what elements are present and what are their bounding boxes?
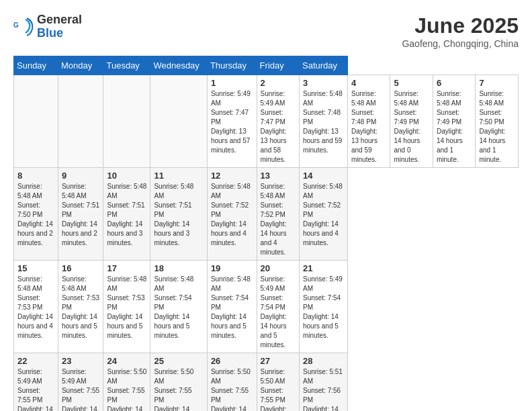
calendar-cell	[58, 75, 103, 168]
day-number: 13	[261, 171, 296, 181]
day-info: Sunrise: 5:49 AM Sunset: 7:47 PM Dayligh…	[211, 89, 253, 155]
calendar-cell: 26Sunrise: 5:50 AM Sunset: 7:55 PM Dayli…	[207, 353, 257, 412]
calendar-cell: 24Sunrise: 5:50 AM Sunset: 7:55 PM Dayli…	[103, 353, 150, 412]
calendar-cell	[150, 75, 207, 168]
day-number: 26	[211, 356, 253, 366]
day-info: Sunrise: 5:48 AM Sunset: 7:53 PM Dayligh…	[62, 275, 100, 340]
calendar-cell: 20Sunrise: 5:49 AM Sunset: 7:54 PM Dayli…	[257, 261, 299, 353]
calendar-cell: 21Sunrise: 5:49 AM Sunset: 7:54 PM Dayli…	[300, 261, 348, 353]
calendar-cell: 10Sunrise: 5:48 AM Sunset: 7:51 PM Dayli…	[103, 168, 150, 261]
calendar-cell: 19Sunrise: 5:48 AM Sunset: 7:54 PM Dayli…	[207, 261, 257, 353]
day-info: Sunrise: 5:50 AM Sunset: 7:55 PM Dayligh…	[261, 367, 296, 411]
calendar-cell: 22Sunrise: 5:49 AM Sunset: 7:55 PM Dayli…	[14, 353, 58, 412]
day-number: 18	[154, 263, 203, 273]
day-info: Sunrise: 5:48 AM Sunset: 7:48 PM Dayligh…	[351, 89, 386, 165]
day-info: Sunrise: 5:49 AM Sunset: 7:55 PM Dayligh…	[17, 367, 54, 411]
day-info: Sunrise: 5:48 AM Sunset: 7:50 PM Dayligh…	[479, 89, 515, 165]
calendar-cell: 4Sunrise: 5:48 AM Sunset: 7:48 PM Daylig…	[347, 75, 390, 168]
calendar-cell: 7Sunrise: 5:48 AM Sunset: 7:50 PM Daylig…	[476, 75, 519, 168]
calendar-cell: 8Sunrise: 5:48 AM Sunset: 7:50 PM Daylig…	[14, 168, 58, 261]
calendar-cell: 28Sunrise: 5:51 AM Sunset: 7:56 PM Dayli…	[300, 353, 348, 412]
day-info: Sunrise: 5:51 AM Sunset: 7:56 PM Dayligh…	[303, 367, 344, 411]
day-info: Sunrise: 5:49 AM Sunset: 7:54 PM Dayligh…	[303, 275, 344, 340]
day-info: Sunrise: 5:49 AM Sunset: 7:55 PM Dayligh…	[62, 367, 100, 411]
day-info: Sunrise: 5:48 AM Sunset: 7:53 PM Dayligh…	[107, 275, 146, 340]
calendar-cell	[14, 75, 58, 168]
day-number: 15	[17, 263, 54, 273]
day-number: 2	[261, 78, 296, 88]
weekday-header: Tuesday	[103, 56, 150, 75]
calendar-cell: 12Sunrise: 5:48 AM Sunset: 7:52 PM Dayli…	[207, 168, 257, 261]
calendar-cell: 13Sunrise: 5:48 AM Sunset: 7:52 PM Dayli…	[257, 168, 299, 261]
day-number: 19	[211, 263, 253, 273]
day-info: Sunrise: 5:48 AM Sunset: 7:52 PM Dayligh…	[303, 182, 344, 248]
calendar-week-row: 15Sunrise: 5:48 AM Sunset: 7:53 PM Dayli…	[14, 261, 519, 353]
day-info: Sunrise: 5:48 AM Sunset: 7:50 PM Dayligh…	[17, 182, 54, 248]
calendar-cell: 3Sunrise: 5:48 AM Sunset: 7:48 PM Daylig…	[300, 75, 348, 168]
day-number: 20	[261, 263, 296, 273]
day-info: Sunrise: 5:48 AM Sunset: 7:52 PM Dayligh…	[211, 182, 253, 248]
svg-text:G: G	[13, 21, 19, 29]
location: Gaofeng, Chongqing, China	[402, 38, 519, 49]
page-header: G General Blue June 2025 Gaofeng, Chongq…	[13, 13, 519, 49]
day-info: Sunrise: 5:50 AM Sunset: 7:55 PM Dayligh…	[107, 367, 146, 411]
day-info: Sunrise: 5:48 AM Sunset: 7:49 PM Dayligh…	[394, 89, 429, 165]
calendar-cell	[103, 75, 150, 168]
day-info: Sunrise: 5:49 AM Sunset: 7:54 PM Dayligh…	[261, 275, 296, 350]
day-number: 8	[17, 171, 54, 181]
logo-text: General Blue	[37, 13, 82, 40]
day-info: Sunrise: 5:48 AM Sunset: 7:53 PM Dayligh…	[17, 275, 54, 340]
day-number: 16	[62, 263, 100, 273]
day-info: Sunrise: 5:49 AM Sunset: 7:47 PM Dayligh…	[261, 89, 296, 165]
calendar-table: SundayMondayTuesdayWednesdayThursdayFrid…	[13, 56, 519, 411]
calendar-cell: 11Sunrise: 5:48 AM Sunset: 7:51 PM Dayli…	[150, 168, 207, 261]
day-info: Sunrise: 5:48 AM Sunset: 7:51 PM Dayligh…	[107, 182, 146, 248]
day-info: Sunrise: 5:48 AM Sunset: 7:49 PM Dayligh…	[437, 89, 472, 165]
day-number: 10	[107, 171, 146, 181]
logo: G General Blue	[13, 13, 82, 40]
day-number: 4	[351, 78, 386, 88]
day-number: 21	[303, 263, 344, 273]
day-number: 7	[479, 78, 515, 88]
day-number: 11	[154, 171, 203, 181]
day-info: Sunrise: 5:48 AM Sunset: 7:54 PM Dayligh…	[154, 275, 203, 340]
day-number: 28	[303, 356, 344, 366]
calendar-cell: 25Sunrise: 5:50 AM Sunset: 7:55 PM Dayli…	[150, 353, 207, 412]
weekday-header: Wednesday	[150, 56, 207, 75]
day-info: Sunrise: 5:48 AM Sunset: 7:51 PM Dayligh…	[62, 182, 100, 248]
day-number: 3	[303, 78, 344, 88]
day-number: 14	[303, 171, 344, 181]
title-block: June 2025 Gaofeng, Chongqing, China	[402, 13, 519, 49]
logo-icon: G	[13, 17, 34, 37]
day-info: Sunrise: 5:48 AM Sunset: 7:52 PM Dayligh…	[261, 182, 296, 257]
day-info: Sunrise: 5:50 AM Sunset: 7:55 PM Dayligh…	[211, 367, 253, 411]
weekday-header: Saturday	[300, 56, 348, 75]
day-number: 6	[437, 78, 472, 88]
calendar-week-row: 1Sunrise: 5:49 AM Sunset: 7:47 PM Daylig…	[14, 75, 519, 168]
calendar-cell: 5Sunrise: 5:48 AM Sunset: 7:49 PM Daylig…	[390, 75, 433, 168]
calendar-cell: 15Sunrise: 5:48 AM Sunset: 7:53 PM Dayli…	[14, 261, 58, 353]
logo-blue: Blue	[37, 27, 82, 40]
day-info: Sunrise: 5:48 AM Sunset: 7:51 PM Dayligh…	[154, 182, 203, 248]
logo-general: General	[37, 13, 82, 27]
day-number: 5	[394, 78, 429, 88]
day-number: 23	[62, 356, 100, 366]
calendar-cell: 14Sunrise: 5:48 AM Sunset: 7:52 PM Dayli…	[300, 168, 348, 261]
day-number: 27	[261, 356, 296, 366]
calendar-cell: 23Sunrise: 5:49 AM Sunset: 7:55 PM Dayli…	[58, 353, 103, 412]
month-title: June 2025	[402, 13, 519, 38]
calendar-cell: 27Sunrise: 5:50 AM Sunset: 7:55 PM Dayli…	[257, 353, 299, 412]
day-number: 12	[211, 171, 253, 181]
day-info: Sunrise: 5:50 AM Sunset: 7:55 PM Dayligh…	[154, 367, 203, 411]
calendar-cell: 18Sunrise: 5:48 AM Sunset: 7:54 PM Dayli…	[150, 261, 207, 353]
calendar-header-row: SundayMondayTuesdayWednesdayThursdayFrid…	[14, 56, 519, 75]
calendar-cell: 6Sunrise: 5:48 AM Sunset: 7:49 PM Daylig…	[433, 75, 475, 168]
weekday-header: Monday	[58, 56, 103, 75]
day-number: 22	[17, 356, 54, 366]
calendar-week-row: 8Sunrise: 5:48 AM Sunset: 7:50 PM Daylig…	[14, 168, 519, 261]
day-info: Sunrise: 5:48 AM Sunset: 7:48 PM Dayligh…	[303, 89, 344, 155]
weekday-header: Thursday	[207, 56, 257, 75]
calendar-cell: 16Sunrise: 5:48 AM Sunset: 7:53 PM Dayli…	[58, 261, 103, 353]
calendar-cell: 9Sunrise: 5:48 AM Sunset: 7:51 PM Daylig…	[58, 168, 103, 261]
calendar-cell: 2Sunrise: 5:49 AM Sunset: 7:47 PM Daylig…	[257, 75, 299, 168]
